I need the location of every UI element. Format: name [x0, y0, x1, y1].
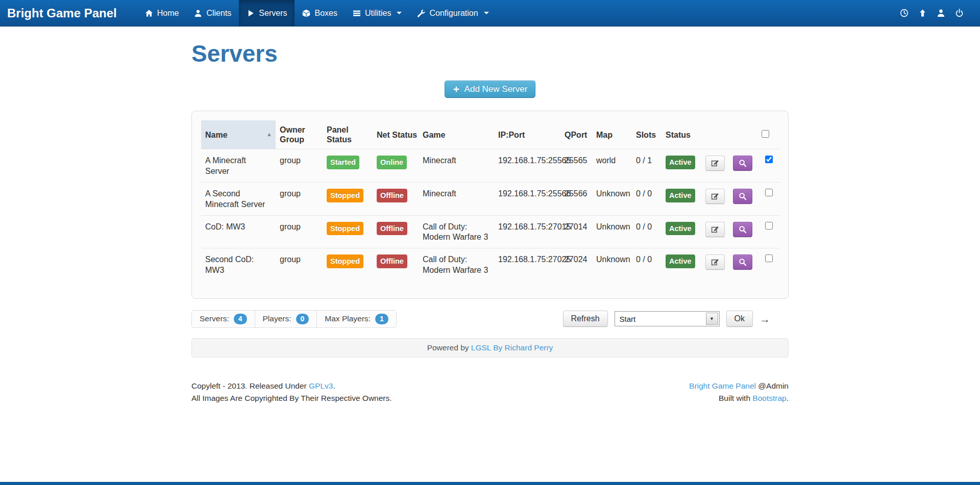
column-header-map[interactable]: Map: [592, 120, 632, 149]
nav-link-boxes[interactable]: Boxes: [295, 0, 345, 26]
ip-port-cell: 192.168.1.75:27025: [494, 248, 560, 281]
action-select[interactable]: Start ▼: [615, 311, 720, 326]
select-all-checkbox[interactable]: [762, 130, 769, 138]
status-cell: Active: [662, 182, 701, 215]
server-row: A Second Minecraft ServergroupStoppedOff…: [201, 182, 780, 215]
slots-cell: 0 / 0: [632, 182, 662, 215]
max-players-count-badge: 1: [375, 314, 388, 324]
footer-left: Copyleft - 2013. Released Under GPLv3. A…: [191, 380, 392, 404]
arrow-right-icon[interactable]: →: [760, 314, 770, 324]
map-cell: Unknown: [592, 215, 632, 248]
refresh-button[interactable]: Refresh: [563, 311, 608, 327]
gplv3-link[interactable]: GPLv3: [309, 381, 333, 390]
owner-group-cell: group: [276, 182, 323, 215]
box-icon: [302, 9, 310, 17]
add-new-server-label: Add New Server: [464, 84, 528, 94]
ok-button[interactable]: Ok: [726, 311, 753, 327]
net-status-cell: Offline: [373, 182, 419, 215]
edit-server-button[interactable]: [705, 156, 725, 171]
edit-server-button[interactable]: [705, 189, 725, 204]
select-server-checkbox[interactable]: [765, 254, 773, 262]
net-status-badge: Online: [377, 156, 407, 169]
column-header-qport[interactable]: QPort: [560, 120, 592, 149]
nav-label: Configuration: [429, 9, 478, 18]
server-name-cell: A Minecraft Server: [201, 149, 276, 183]
clock-icon[interactable]: [900, 9, 909, 17]
panel-status-badge: Stopped: [327, 189, 363, 202]
action-select-value: Start: [615, 315, 705, 323]
column-header-slots[interactable]: Slots: [632, 120, 662, 149]
view-cell: [729, 215, 757, 248]
net-status-cell: Offline: [373, 215, 419, 248]
column-header-ip-port[interactable]: IP:Port: [494, 120, 560, 149]
view-server-button[interactable]: [733, 222, 752, 237]
game-cell: Call of Duty: Modern Warfare 3: [419, 215, 494, 248]
edit-server-button[interactable]: [705, 254, 725, 270]
header-label: Slots: [636, 131, 656, 139]
search-icon: [739, 258, 747, 266]
slots-cell: 0 / 1: [632, 149, 662, 183]
view-server-button[interactable]: [733, 156, 752, 171]
qport-cell: 27014: [560, 215, 592, 248]
brand[interactable]: Bright Game Panel: [0, 0, 125, 26]
edit-icon: [711, 159, 719, 167]
players-count-badge: 0: [296, 314, 309, 324]
select-arrow-button[interactable]: ▼: [706, 313, 718, 325]
select-server-checkbox[interactable]: [765, 156, 773, 163]
nav-item-clients: Clients: [186, 0, 239, 26]
select-server-checkbox[interactable]: [765, 189, 773, 196]
user-icon[interactable]: [937, 9, 945, 17]
list-icon: [353, 9, 361, 17]
select-server-checkbox[interactable]: [765, 222, 773, 229]
nav-link-utilities[interactable]: Utilities: [345, 0, 410, 26]
nav-link-home[interactable]: Home: [137, 0, 187, 26]
nav-item-utilities: Utilities: [345, 0, 410, 26]
nav-label: Clients: [206, 9, 231, 18]
map-cell: world: [592, 149, 632, 183]
column-header-name[interactable]: Name ▲: [201, 120, 276, 149]
qport-cell: 25566: [560, 182, 592, 215]
navbar-right-icons: [900, 0, 980, 26]
servers-count-badge: 4: [234, 314, 247, 324]
view-server-button[interactable]: [733, 254, 752, 270]
power-icon[interactable]: [955, 9, 964, 17]
nav-link-servers[interactable]: Servers: [239, 0, 295, 26]
max-players-count-label: Max Players:: [325, 314, 371, 323]
bright-game-panel-link[interactable]: Bright Game Panel: [689, 381, 756, 390]
check-cell: [757, 182, 780, 215]
arrow-up-icon[interactable]: [918, 9, 927, 17]
view-server-button[interactable]: [733, 189, 752, 204]
status-badge: Active: [666, 189, 695, 202]
column-header-panel-status[interactable]: Panel Status: [323, 120, 373, 149]
bootstrap-link[interactable]: Bootstrap: [752, 394, 786, 402]
column-header-owner-group[interactable]: Owner Group: [276, 120, 323, 149]
column-header-status[interactable]: Status: [662, 120, 701, 149]
server-name-cell: A Second Minecraft Server: [201, 182, 276, 215]
nav-link-configuration[interactable]: Configuration: [409, 0, 496, 26]
panel-status-cell: Started: [323, 149, 373, 183]
servers-count-label: Servers:: [200, 314, 229, 323]
servers-panel: Name ▲ Owner Group Panel Status Net Stat…: [191, 111, 789, 299]
header-label: Net Status: [377, 131, 417, 139]
nav-item-configuration: Configuration: [409, 0, 496, 26]
column-header-game[interactable]: Game: [419, 120, 494, 149]
max-players-count-segment: Max Players: 1: [317, 311, 396, 327]
column-header-net-status[interactable]: Net Status: [373, 120, 419, 149]
panel-status-badge: Stopped: [327, 254, 363, 268]
header-label: Name: [205, 131, 228, 139]
check-cell: [757, 149, 780, 183]
nav-link-clients[interactable]: Clients: [186, 0, 239, 26]
header-label: IP:Port: [498, 131, 525, 139]
copyleft-period: .: [333, 381, 335, 390]
check-cell: [757, 248, 780, 281]
nav-item-boxes: Boxes: [295, 0, 345, 26]
top-navbar: Bright Game Panel Home Clients Servers: [0, 0, 980, 27]
images-copyright-line: All Images Are Copyrighted By Their Resp…: [191, 392, 392, 404]
lgsl-link[interactable]: LGSL By Richard Perry: [471, 343, 553, 352]
add-new-server-button[interactable]: Add New Server: [445, 81, 536, 98]
edit-server-button[interactable]: [705, 222, 725, 237]
nav-label: Home: [157, 9, 179, 18]
status-badge: Active: [666, 156, 695, 169]
summary-bar: Servers: 4 Players: 0 Max Players: 1: [191, 310, 397, 328]
copyleft-text: Copyleft - 2013. Released Under: [191, 381, 309, 390]
